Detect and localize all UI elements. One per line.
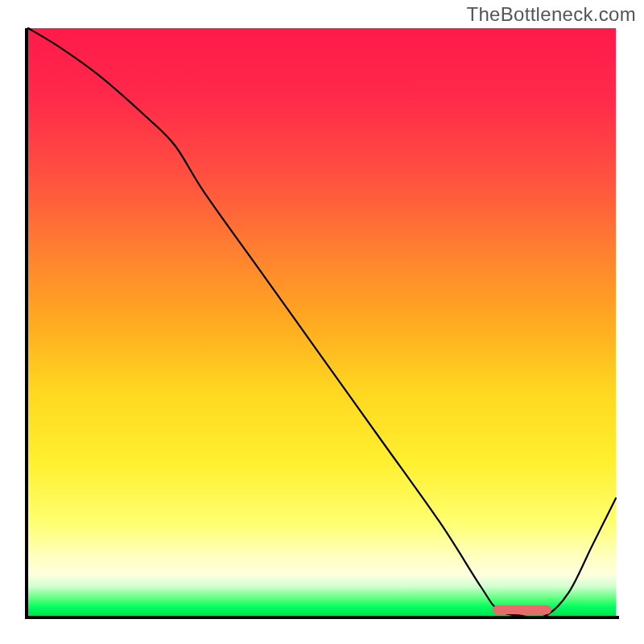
chart-container: TheBottleneck.com bbox=[0, 0, 644, 644]
optimal-range-marker bbox=[493, 605, 551, 614]
line-series bbox=[28, 28, 616, 616]
bottleneck-curve-path bbox=[28, 28, 616, 617]
watermark-text: TheBottleneck.com bbox=[466, 3, 636, 26]
